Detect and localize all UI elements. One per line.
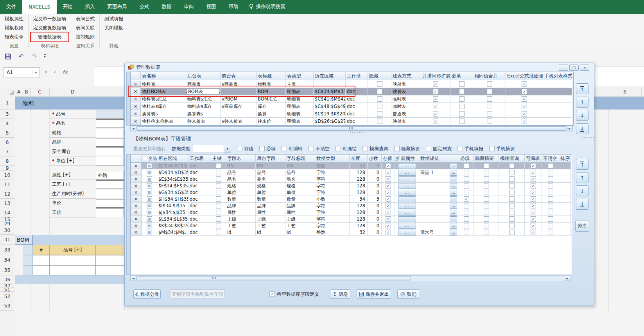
checkbox[interactable]: [464, 176, 469, 182]
cell-hide-summary[interactable]: [474, 209, 499, 216]
cell-store-value[interactable]: [382, 163, 395, 169]
cell-data-spec-picker[interactable]: …: [448, 176, 459, 183]
checkbox[interactable]: [548, 223, 553, 228]
row-select-cell[interactable]: [142, 169, 157, 176]
ellipsis-button[interactable]: …: [450, 216, 457, 222]
cell-hidden[interactable]: [368, 110, 391, 118]
bom-table-cell[interactable]: [33, 255, 49, 265]
cell-required[interactable]: [459, 176, 474, 183]
cell-worksheet[interactable]: doc: [188, 176, 211, 183]
bom-footer-band[interactable]: [15, 275, 124, 284]
grid-column-header[interactable]: 可编辑: [525, 155, 542, 163]
checkbox[interactable]: [509, 210, 515, 215]
grid-column-header[interactable]: 建表方式: [391, 72, 421, 80]
ellipsis-button[interactable]: …: [398, 210, 416, 216]
cell-mobile-style[interactable]: [543, 88, 572, 95]
cell-fuzzy-search[interactable]: [499, 203, 525, 209]
row-select-cell[interactable]: [142, 189, 157, 196]
cell-extended-props[interactable]: …: [395, 189, 419, 196]
cell-sort[interactable]: [559, 203, 571, 209]
form-value-cell[interactable]: 外购: [96, 171, 124, 180]
cell-required[interactable]: [450, 118, 473, 125]
cell-field-name[interactable]: 属性: [226, 209, 256, 216]
cell-primary-key[interactable]: [211, 229, 226, 236]
grid-column-header[interactable]: 手机列表样式: [543, 72, 572, 80]
ellipsis-button[interactable]: …: [450, 163, 457, 169]
cell-front-table[interactable]: vPBOM: [221, 95, 257, 103]
checkbox[interactable]: [531, 183, 536, 189]
cell-required[interactable]: [459, 229, 474, 236]
form-value-cell[interactable]: [96, 138, 124, 147]
cell-create-method[interactable]: 映射表: [391, 118, 421, 125]
cell-field-name[interactable]: 数量: [226, 196, 256, 203]
grid-column-header[interactable]: 不清空: [542, 155, 559, 163]
checkbox[interactable]: [464, 216, 469, 222]
confirm-entry-icon[interactable]: ✓: [53, 69, 57, 75]
delete-row-button[interactable]: ×: [131, 163, 142, 169]
form-label-cell[interactable]: 属性 [+]: [49, 171, 96, 180]
cell-editable[interactable]: [525, 169, 542, 176]
cell-required[interactable]: [459, 203, 474, 209]
grid-column-header[interactable]: 后台表: [186, 72, 221, 80]
cell-worksheet[interactable]: doc: [188, 196, 211, 203]
cell-field-title[interactable]: RN: [285, 163, 315, 169]
cell-hidden[interactable]: [368, 95, 391, 103]
row-select-cell[interactable]: [142, 229, 157, 236]
cell-workbook[interactable]: doc: [346, 110, 368, 118]
checkbox[interactable]: [464, 163, 469, 169]
cell-data-spec[interactable]: [419, 183, 448, 189]
tab-数据[interactable]: 数据: [156, 0, 178, 14]
cell-data-spec[interactable]: [419, 209, 448, 216]
column-header-C[interactable]: C: [30, 88, 50, 96]
checkbox[interactable]: [426, 146, 431, 151]
bom-table-cell[interactable]: [23, 255, 33, 265]
checkbox[interactable]: [459, 119, 465, 124]
grid-column-header[interactable]: 表类型: [286, 72, 314, 80]
grid-column-header[interactable]: 工作表: [188, 155, 211, 163]
cell-data-type[interactable]: 字符: [315, 216, 350, 223]
cell-primary-key[interactable]: [211, 169, 226, 176]
form-value-cell[interactable]: [96, 147, 124, 156]
checkbox[interactable]: [464, 230, 469, 235]
cell-length[interactable]: 128: [350, 216, 368, 223]
checkbox[interactable]: [548, 196, 553, 202]
cell-hidden[interactable]: [368, 103, 391, 110]
checkbox[interactable]: [489, 146, 495, 151]
cell-table-name[interactable]: 物料表s库存: [141, 103, 186, 110]
cancel-entry-icon[interactable]: ×: [44, 69, 48, 75]
panel-splitter-strip[interactable]: [126, 72, 130, 126]
checkbox[interactable]: [487, 81, 492, 87]
cell-editable[interactable]: [525, 209, 542, 216]
cell-sync-expand[interactable]: [421, 81, 450, 88]
column-header-B[interactable]: B: [23, 88, 30, 96]
ellipsis-button[interactable]: …: [398, 203, 416, 209]
checkbox[interactable]: [522, 96, 527, 102]
cell-hidden[interactable]: [368, 81, 391, 88]
checkbox[interactable]: [464, 183, 469, 189]
cell-table-title[interactable]: 换算: [257, 110, 286, 118]
checkbox[interactable]: [309, 146, 314, 151]
delete-row-button[interactable]: ×: [131, 183, 142, 189]
ellipsis-button[interactable]: …: [450, 176, 457, 182]
cell-workbook[interactable]: doc: [346, 95, 368, 103]
cell-range[interactable]: [314, 81, 346, 88]
cell-sort[interactable]: [559, 229, 571, 236]
cell-fuzzy-search[interactable]: [499, 223, 525, 229]
cell-required[interactable]: [459, 216, 474, 223]
cell-no-clear[interactable]: [542, 216, 559, 223]
cell-table-type[interactable]: 明细表: [286, 118, 314, 125]
bom-banner-cell[interactable]: BOM: [15, 235, 33, 245]
cell-hide-summary[interactable]: [474, 169, 499, 176]
checkbox[interactable]: [459, 89, 465, 94]
checkbox[interactable]: [237, 146, 242, 151]
checkbox[interactable]: [377, 89, 382, 94]
move-field-up-button[interactable]: ↑: [576, 172, 588, 183]
cell-range[interactable]: $C$41:$M$42: [314, 95, 346, 103]
cell-front-table[interactable]: [221, 110, 257, 118]
ellipsis-button[interactable]: …: [398, 190, 416, 196]
checkbox[interactable]: [433, 89, 438, 94]
ellipsis-button[interactable]: …: [450, 223, 457, 229]
checkbox[interactable]: [484, 183, 489, 189]
cell-decimals[interactable]: 0: [368, 163, 382, 169]
cell-table-name[interactable]: 物料往来价格表: [141, 118, 186, 125]
